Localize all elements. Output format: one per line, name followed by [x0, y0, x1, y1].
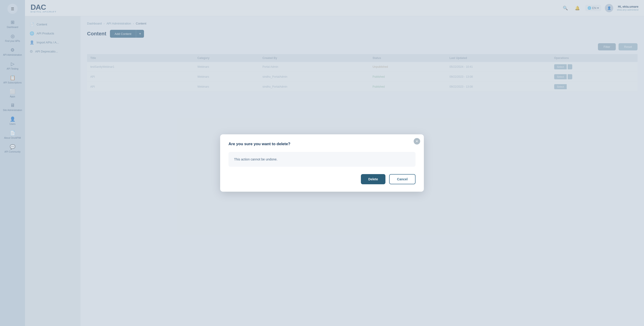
- delete-button[interactable]: Delete: [361, 174, 386, 184]
- modal-overlay[interactable]: ✕ Are you sure you want to delete? This …: [0, 0, 644, 326]
- cancel-button[interactable]: Cancel: [389, 174, 416, 184]
- modal-actions: Delete Cancel: [228, 174, 416, 184]
- modal-body: This action cannot be undone.: [228, 152, 416, 167]
- delete-confirmation-modal: ✕ Are you sure you want to delete? This …: [220, 134, 424, 192]
- modal-body-text: This action cannot be undone.: [234, 158, 278, 161]
- close-icon: ✕: [416, 140, 418, 143]
- modal-close-button[interactable]: ✕: [414, 138, 420, 145]
- modal-title: Are you sure you want to delete?: [228, 142, 416, 146]
